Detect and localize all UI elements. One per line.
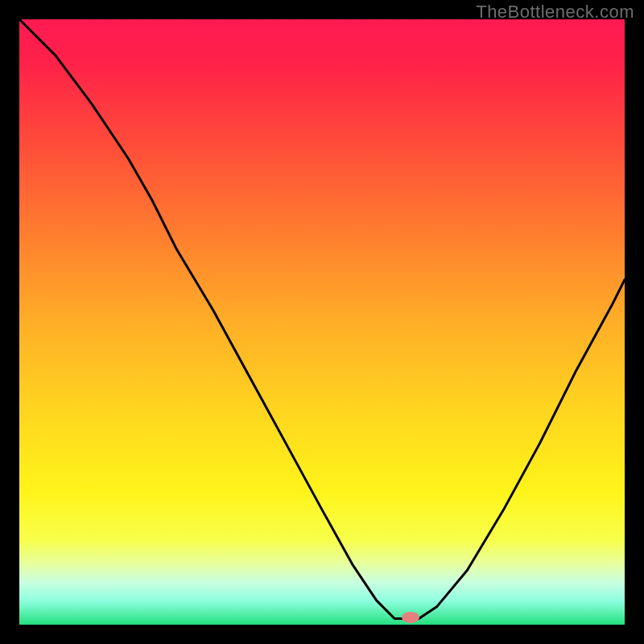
selection-marker [402,612,419,623]
plot-area [19,19,625,625]
bottleneck-chart [19,19,625,625]
gradient-background [19,19,625,625]
chart-frame: TheBottleneck.com [0,0,644,644]
watermark-label: TheBottleneck.com [476,2,634,23]
